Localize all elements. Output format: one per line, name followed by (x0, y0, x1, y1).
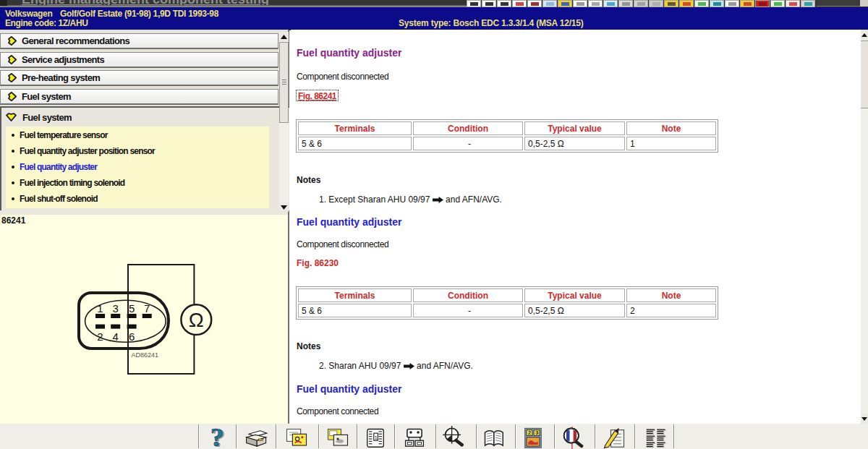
svg-text:3: 3 (535, 429, 538, 436)
svg-text:4: 4 (113, 330, 119, 343)
svg-text:5: 5 (129, 302, 135, 315)
svg-text:Ω: Ω (189, 309, 204, 331)
svg-text:AD86241: AD86241 (131, 351, 158, 359)
svg-text:?: ? (210, 426, 224, 449)
svg-text:7: 7 (144, 302, 150, 315)
svg-text:3: 3 (113, 302, 119, 315)
svg-text:1: 1 (97, 302, 103, 315)
svg-text:1: 1 (374, 435, 377, 441)
svg-text:6: 6 (129, 330, 135, 343)
svg-text:2: 2 (97, 330, 103, 343)
svg-text:2: 2 (527, 429, 531, 436)
